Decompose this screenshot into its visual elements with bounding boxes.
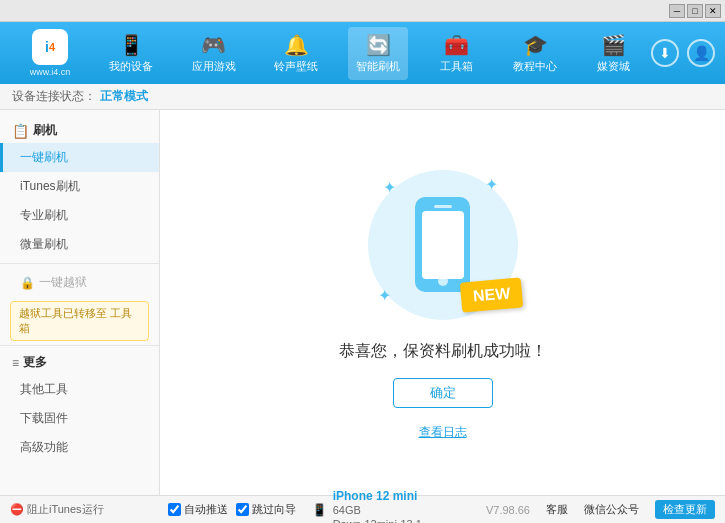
bottom-left: 自动推送 跳过向导 📱 iPhone 12 mini 64GB Down-12m… [168, 489, 422, 524]
micro-flash-label: 微量刷机 [20, 237, 68, 251]
ringtone-label: 铃声壁纸 [274, 59, 318, 74]
device-name: iPhone 12 mini [333, 489, 418, 503]
ringtone-icon: 🔔 [284, 33, 309, 57]
flash-section-title: 📋 刷机 [0, 118, 159, 143]
download-btn[interactable]: ⬇ [651, 39, 679, 67]
download-firmware-label: 下载固件 [20, 411, 68, 425]
sidebar-item-itunes-flash[interactable]: iTunes刷机 [0, 172, 159, 201]
pro-flash-label: 专业刷机 [20, 208, 68, 222]
confirm-button[interactable]: 确定 [393, 378, 493, 408]
sidebar-divider-1 [0, 263, 159, 264]
close-btn[interactable]: ✕ [705, 4, 721, 18]
sidebar-divider-2 [0, 345, 159, 346]
advanced-label: 高级功能 [20, 440, 68, 454]
more-section-title: ≡ 更多 [0, 350, 159, 375]
window-controls[interactable]: ─ □ ✕ [669, 4, 721, 18]
my-device-icon: 📱 [119, 33, 144, 57]
media-icon: 🎬 [601, 33, 626, 57]
status-bar: 设备连接状态： 正常模式 [0, 84, 725, 110]
nav-apps-games[interactable]: 🎮 应用游戏 [184, 27, 244, 80]
main-layout: 📋 刷机 一键刷机 iTunes刷机 专业刷机 微量刷机 🔒 一键越狱 越狱工具… [0, 110, 725, 495]
phone-speaker [434, 205, 452, 208]
auto-push-checkbox[interactable] [168, 503, 181, 516]
smart-flash-icon: 🔄 [366, 33, 391, 57]
stop-itunes-label: 阻止iTunes运行 [27, 502, 104, 517]
wechat-public-link[interactable]: 微信公众号 [584, 502, 639, 517]
flash-section-label: 刷机 [33, 122, 57, 139]
sidebar-item-download-firmware[interactable]: 下载固件 [0, 404, 159, 433]
sidebar: 📋 刷机 一键刷机 iTunes刷机 专业刷机 微量刷机 🔒 一键越狱 越狱工具… [0, 110, 160, 495]
nav-toolbox[interactable]: 🧰 工具箱 [431, 27, 483, 80]
warning-text: 越狱工具已转移至 工具箱 [19, 307, 132, 334]
sidebar-item-advanced[interactable]: 高级功能 [0, 433, 159, 462]
nav-tutorial[interactable]: 🎓 教程中心 [505, 27, 565, 80]
phone-bg-circle: NEW ✦ ✦ ✦ [368, 170, 518, 320]
nav-actions: ⬇ 👤 [651, 39, 715, 67]
tutorial-label: 教程中心 [513, 59, 557, 74]
app-logo[interactable]: i 4 www.i4.cn [10, 29, 90, 77]
bottom-bar: ⛔ 阻止iTunes运行 自动推送 跳过向导 📱 iPhone 12 mini … [0, 495, 725, 523]
sidebar-item-other-tools[interactable]: 其他工具 [0, 375, 159, 404]
device-capacity: 64GB [333, 504, 361, 516]
success-text: 恭喜您，保资料刷机成功啦！ [339, 341, 547, 362]
bottom-right: V7.98.66 客服 微信公众号 检查更新 [486, 500, 715, 519]
nav-items: 📱 我的设备 🎮 应用游戏 🔔 铃声壁纸 🔄 智能刷机 🧰 工具箱 🎓 教程中心 [90, 27, 651, 80]
title-bar: ─ □ ✕ [0, 0, 725, 22]
device-icon: 📱 [312, 503, 327, 517]
status-label: 设备连接状态： [12, 88, 96, 105]
user-btn[interactable]: 👤 [687, 39, 715, 67]
toolbox-icon: 🧰 [444, 33, 469, 57]
sidebar-warning: 越狱工具已转移至 工具箱 [10, 301, 149, 341]
phone-illustration: NEW ✦ ✦ ✦ [363, 165, 523, 325]
other-tools-label: 其他工具 [20, 382, 68, 396]
device-info: 📱 iPhone 12 mini 64GB Down-12mini-13.1 [312, 489, 422, 524]
status-value: 正常模式 [100, 88, 148, 105]
itunes-flash-label: iTunes刷机 [20, 179, 80, 193]
more-section-label: 更多 [23, 354, 47, 371]
tutorial-icon: 🎓 [523, 33, 548, 57]
skip-wizard-label: 跳过向导 [252, 502, 296, 517]
toolbox-label: 工具箱 [440, 59, 473, 74]
sidebar-item-one-key-flash[interactable]: 一键刷机 [0, 143, 159, 172]
sparkle-icon-1: ✦ [383, 178, 396, 197]
more-section-icon: ≡ [12, 356, 19, 370]
sidebar-item-micro-flash[interactable]: 微量刷机 [0, 230, 159, 259]
auto-push-label: 自动推送 [184, 502, 228, 517]
nav-media[interactable]: 🎬 媒资城 [588, 27, 640, 80]
apps-games-label: 应用游戏 [192, 59, 236, 74]
phone-screen [422, 211, 464, 279]
nav-my-device[interactable]: 📱 我的设备 [101, 27, 161, 80]
device-details: iPhone 12 mini 64GB Down-12mini-13.1 [333, 489, 422, 524]
logo-site: www.i4.cn [30, 67, 71, 77]
nav-smart-flash[interactable]: 🔄 智能刷机 [348, 27, 408, 80]
customer-service-link[interactable]: 客服 [546, 502, 568, 517]
jailbreak-label: 一键越狱 [39, 274, 87, 291]
lock-icon: 🔒 [20, 276, 35, 290]
sidebar-item-pro-flash[interactable]: 专业刷机 [0, 201, 159, 230]
device-model: Down-12mini-13.1 [333, 518, 422, 524]
skip-wizard-checkbox[interactable] [236, 503, 249, 516]
maximize-btn[interactable]: □ [687, 4, 703, 18]
auto-push-checkbox-container[interactable]: 自动推送 [168, 502, 228, 517]
navbar: i 4 www.i4.cn 📱 我的设备 🎮 应用游戏 🔔 铃声壁纸 🔄 智能刷… [0, 22, 725, 84]
content-area: NEW ✦ ✦ ✦ 恭喜您，保资料刷机成功啦！ 确定 查看日志 [160, 110, 725, 495]
stop-itunes-btn[interactable]: ⛔ 阻止iTunes运行 [10, 502, 104, 517]
sidebar-jailbreak-disabled: 🔒 一键越狱 [0, 268, 159, 297]
stop-itunes-icon: ⛔ [10, 503, 24, 516]
my-device-label: 我的设备 [109, 59, 153, 74]
skip-wizard-checkbox-container[interactable]: 跳过向导 [236, 502, 296, 517]
version-label: V7.98.66 [486, 504, 530, 516]
check-update-btn[interactable]: 检查更新 [655, 500, 715, 519]
smart-flash-label: 智能刷机 [356, 59, 400, 74]
logo-icon: i 4 [32, 29, 68, 65]
phone-home [438, 276, 448, 286]
media-label: 媒资城 [597, 59, 630, 74]
new-badge: NEW [460, 277, 524, 312]
journal-link[interactable]: 查看日志 [419, 424, 467, 441]
phone-shape [415, 197, 470, 292]
minimize-btn[interactable]: ─ [669, 4, 685, 18]
flash-section-icon: 📋 [12, 123, 29, 139]
nav-ringtone[interactable]: 🔔 铃声壁纸 [266, 27, 326, 80]
one-key-flash-label: 一键刷机 [20, 150, 68, 164]
sparkle-icon-3: ✦ [378, 286, 391, 305]
